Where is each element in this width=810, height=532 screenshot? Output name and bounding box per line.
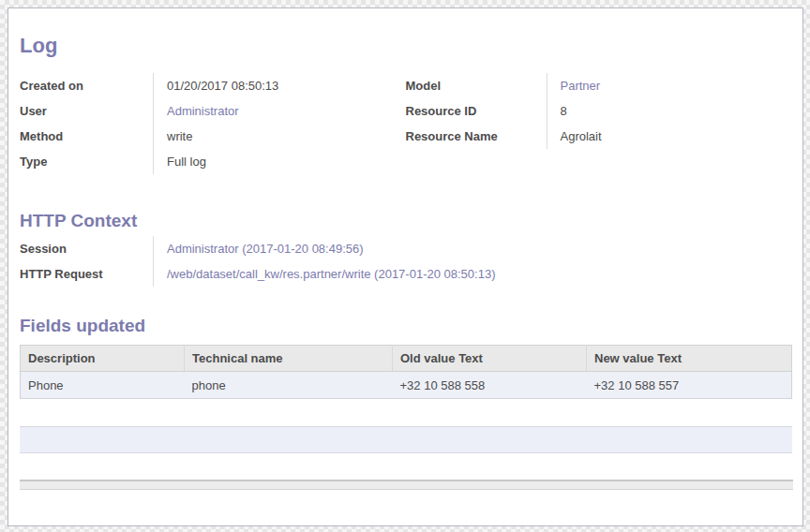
field-row-model: Model Partner <box>406 73 792 98</box>
resource-id-value: 8 <box>547 98 792 124</box>
fields-updated-table: Description Technical name Old value Tex… <box>20 345 792 399</box>
type-label: Type <box>20 155 153 169</box>
field-row-session: Session Administrator (2017-01-20 08:49:… <box>20 236 792 261</box>
column-header-old-value[interactable]: Old value Text <box>393 346 587 372</box>
field-row-resource-id: Resource ID 8 <box>406 98 792 124</box>
session-link[interactable]: Administrator (2017-01-20 08:49:56) <box>167 242 364 256</box>
user-label: User <box>20 104 153 118</box>
field-row-type: Type Full log <box>20 149 406 174</box>
type-value: Full log <box>153 149 406 174</box>
field-row-http-request: HTTP Request /web/dataset/call_kw/res.pa… <box>20 261 792 287</box>
page-title: Log <box>20 34 791 58</box>
cell-new-value[interactable]: +32 10 588 557 <box>587 372 792 399</box>
model-link[interactable]: Partner <box>561 79 601 93</box>
field-row-created-on: Created on 01/20/2017 08:50:13 <box>20 73 406 98</box>
empty-list-placeholder <box>20 426 792 453</box>
user-link[interactable]: Administrator <box>167 104 239 118</box>
created-on-label: Created on <box>20 79 153 93</box>
http-context-title: HTTP Context <box>20 210 791 232</box>
cell-old-value[interactable]: +32 10 588 558 <box>393 372 587 399</box>
created-on-value: 01/20/2017 08:50:13 <box>153 73 406 98</box>
column-header-technical-name[interactable]: Technical name <box>185 346 393 372</box>
table-row[interactable]: Phone phone +32 10 588 558 +32 10 588 55… <box>21 372 792 399</box>
http-context-group: Session Administrator (2017-01-20 08:49:… <box>20 236 792 287</box>
fields-updated-title: Fields updated <box>20 315 791 337</box>
column-header-new-value[interactable]: New value Text <box>587 346 792 372</box>
resource-id-label: Resource ID <box>406 104 547 118</box>
field-row-user: User Administrator <box>20 98 406 124</box>
field-row-method: Method write <box>20 124 406 149</box>
column-header-description[interactable]: Description <box>21 346 185 372</box>
log-form-panel: Log Created on 01/20/2017 08:50:13 User … <box>8 7 803 526</box>
http-request-label: HTTP Request <box>20 267 153 281</box>
resource-name-label: Resource Name <box>406 129 547 143</box>
log-group-left: Created on 01/20/2017 08:50:13 User Admi… <box>20 73 406 174</box>
model-label: Model <box>406 79 547 93</box>
cell-description[interactable]: Phone <box>21 372 185 399</box>
table-header-row: Description Technical name Old value Tex… <box>21 346 792 372</box>
session-label: Session <box>20 242 153 256</box>
http-request-link[interactable]: /web/dataset/call_kw/res.partner/write (… <box>167 267 495 281</box>
horizontal-scrollbar[interactable] <box>20 480 793 490</box>
log-group-right: Model Partner Resource ID 8 Resource Nam… <box>406 73 792 174</box>
field-row-resource-name: Resource Name Agrolait <box>406 124 792 149</box>
resource-name-value: Agrolait <box>547 124 792 149</box>
log-field-groups: Created on 01/20/2017 08:50:13 User Admi… <box>20 73 791 174</box>
method-value: write <box>153 124 406 149</box>
cell-technical-name[interactable]: phone <box>185 372 393 399</box>
method-label: Method <box>20 129 153 143</box>
form-sheet: Log Created on 01/20/2017 08:50:13 User … <box>8 34 802 490</box>
